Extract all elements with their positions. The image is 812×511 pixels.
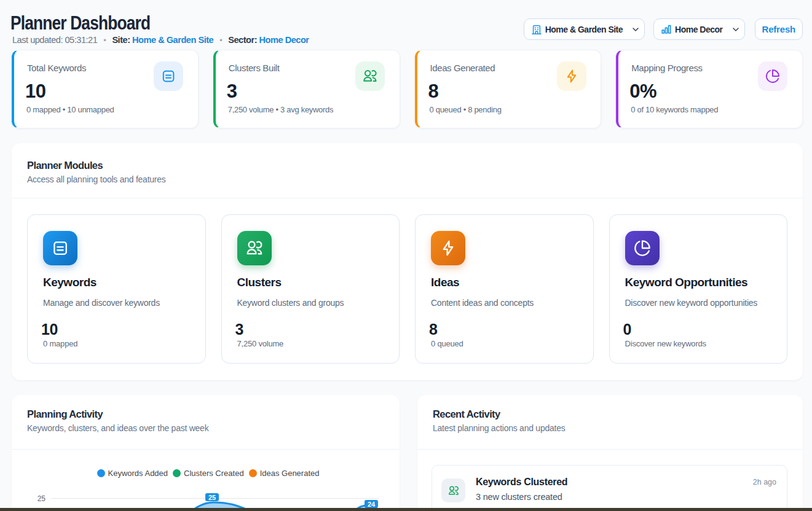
svg-text:24: 24 <box>368 501 376 508</box>
svg-text:25: 25 <box>208 494 216 501</box>
